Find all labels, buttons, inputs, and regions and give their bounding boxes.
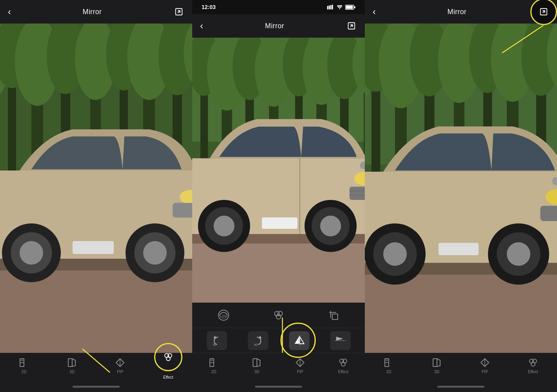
right-nav-3d[interactable]: 3D [428, 356, 446, 376]
middle-home-indicator [192, 381, 365, 392]
right-nav-2d[interactable]: 2D [379, 356, 398, 376]
status-bar: 12:03 [192, 0, 365, 14]
svg-rect-85 [349, 187, 365, 200]
svg-point-42 [166, 357, 170, 361]
svg-rect-152 [386, 359, 388, 361]
right-home-indicator [365, 381, 557, 392]
left-image-area [0, 24, 192, 353]
svg-rect-154 [433, 359, 437, 367]
middle-nav-pip-label: PIP [297, 370, 303, 374]
left-nav-effect-label: Effect [163, 375, 173, 379]
middle-image-area [192, 38, 365, 303]
right-panel: ‹ Mirror [365, 0, 557, 392]
left-nav-2d-label: 2D [22, 370, 27, 374]
middle-nav-pip[interactable]: PIP [291, 356, 309, 376]
middle-toolbar: 360 [192, 303, 365, 353]
middle-nav-effect-label: Effect [338, 370, 348, 374]
svg-text:90°: 90° [254, 343, 258, 346]
middle-sub-mirror-h[interactable] [289, 331, 309, 350]
svg-marker-100 [295, 337, 299, 344]
svg-point-83 [320, 216, 341, 236]
middle-nav-effect[interactable]: Effect [334, 356, 353, 376]
svg-text:360: 360 [222, 314, 227, 318]
svg-rect-45 [329, 5, 330, 9]
svg-point-48 [339, 8, 340, 9]
left-nav-2d[interactable]: 2D [15, 356, 33, 376]
left-header: ‹ Mirror [0, 0, 192, 24]
svg-rect-36 [68, 359, 72, 367]
right-export-button[interactable] [538, 6, 549, 17]
svg-point-80 [214, 216, 235, 236]
left-export-button[interactable] [173, 6, 184, 17]
middle-panel: 12:03 ‹ Mirror [192, 0, 365, 392]
left-nav-effect[interactable]: Effect [159, 350, 178, 381]
middle-tool-360[interactable]: 360 [212, 307, 235, 323]
svg-point-143 [383, 242, 407, 266]
right-nav-3d-label: 3D [434, 370, 439, 374]
svg-point-26 [20, 241, 43, 265]
svg-rect-32 [73, 241, 114, 254]
middle-back-button[interactable]: ‹ [200, 20, 203, 31]
left-bottom-nav: 2D 3D PIP [0, 353, 192, 381]
svg-rect-50 [346, 5, 353, 9]
left-title: Mirror [83, 8, 102, 16]
svg-text:90°: 90° [213, 343, 217, 346]
middle-nav-3d[interactable]: 3D [248, 356, 266, 376]
svg-rect-47 [332, 5, 333, 9]
svg-rect-109 [253, 359, 257, 367]
right-nav-effect[interactable]: Effect [524, 356, 542, 376]
svg-marker-101 [300, 337, 304, 344]
right-header: ‹ Mirror [365, 0, 557, 24]
middle-sub-rotate-cw[interactable]: 90° [248, 331, 268, 350]
left-panel: ‹ Mirror [0, 0, 192, 392]
right-nav-effect-label: Effect [528, 370, 538, 374]
svg-rect-148 [541, 206, 557, 221]
middle-title: Mirror [265, 22, 284, 30]
right-title: Mirror [448, 8, 467, 16]
left-car-image [0, 24, 192, 353]
right-bottom-nav: 2D 3D PIP Effect [365, 353, 557, 381]
right-back-button[interactable]: ‹ [373, 6, 376, 17]
left-back-button[interactable]: ‹ [8, 6, 11, 17]
right-nav-pip-label: PIP [482, 370, 488, 374]
svg-rect-88 [262, 218, 298, 229]
svg-rect-34 [21, 359, 23, 361]
middle-car-image [192, 38, 365, 303]
svg-rect-149 [439, 243, 479, 256]
right-nav-pip[interactable]: PIP [475, 356, 494, 376]
middle-home-bar [255, 386, 302, 388]
middle-header: ‹ Mirror [192, 14, 365, 38]
left-nav-pip-label: PIP [117, 370, 123, 374]
status-time: 12:03 [202, 4, 216, 10]
left-nav-pip[interactable]: PIP [111, 356, 129, 376]
middle-tool-crop[interactable] [322, 307, 345, 323]
svg-point-29 [143, 241, 167, 265]
svg-rect-97 [332, 314, 338, 319]
middle-nav-2d-label: 2D [211, 370, 217, 374]
svg-rect-44 [327, 6, 328, 9]
left-nav-3d[interactable]: 3D [63, 356, 82, 376]
right-nav-2d-label: 2D [386, 370, 391, 374]
svg-point-114 [341, 362, 345, 366]
middle-tool-effect[interactable] [267, 307, 290, 323]
middle-export-button[interactable] [346, 20, 357, 31]
middle-toolbar-top-row: 360 [192, 303, 365, 328]
svg-point-146 [507, 242, 530, 266]
middle-sub-flip-v[interactable] [330, 331, 351, 350]
right-image-area [365, 24, 557, 353]
middle-nav-3d-label: 3D [255, 370, 260, 374]
right-home-bar [437, 386, 484, 388]
left-home-bar [73, 386, 120, 388]
left-nav-3d-label: 3D [69, 370, 75, 374]
middle-sub-rotate-ccw[interactable]: 90° [207, 331, 227, 350]
svg-marker-103 [336, 337, 343, 341]
svg-rect-46 [330, 5, 331, 9]
middle-nav-2d[interactable]: 2D [204, 356, 223, 376]
svg-point-159 [531, 362, 535, 366]
status-icons [327, 5, 355, 10]
svg-rect-51 [354, 6, 355, 8]
right-car-image [365, 24, 557, 353]
left-home-indicator [0, 381, 192, 392]
svg-rect-107 [211, 359, 213, 361]
svg-rect-31 [173, 203, 192, 218]
